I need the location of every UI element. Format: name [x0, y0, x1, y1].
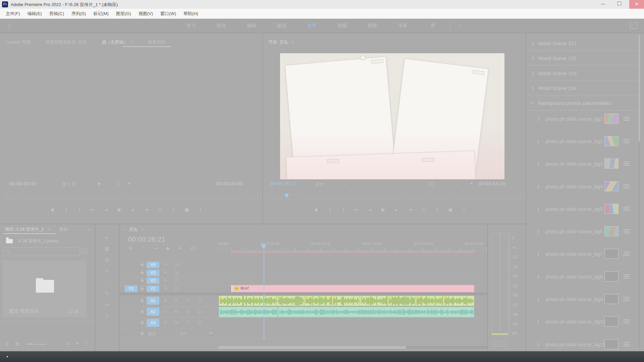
audio-clip-segment[interactable]	[219, 296, 276, 306]
track-target[interactable]: V3	[147, 270, 159, 276]
minimize-button[interactable]: —	[596, 0, 610, 9]
zoom-slider-knob[interactable]	[29, 343, 31, 345]
tool-button[interactable]: ⇄	[95, 254, 119, 265]
chevron-right-icon[interactable]: ❯	[537, 184, 540, 188]
navigate-up-icon[interactable]	[6, 239, 13, 243]
solo-button[interactable]: S	[186, 309, 189, 314]
chevron-right-icon[interactable]: ❯	[537, 206, 540, 211]
menu-item[interactable]: 窗口(W)	[157, 9, 180, 19]
video-track-header[interactable]: V3 ⇆	[119, 269, 218, 277]
item-menu-icon[interactable]	[624, 229, 630, 233]
lock-icon[interactable]	[141, 264, 144, 266]
source-waveform-icon[interactable]: ⧻	[127, 181, 131, 186]
lock-icon[interactable]	[141, 272, 144, 274]
search-bin-icon[interactable]	[80, 248, 87, 253]
transport-icon[interactable]: ⇧	[421, 207, 426, 212]
project-tab[interactable]: 项目: 5.26 宣传片_1	[5, 226, 44, 232]
voiceover-record-icon[interactable]	[199, 298, 201, 302]
video-track-header[interactable]: V1 V1 ⇆	[119, 285, 218, 293]
photo-item-row[interactable]: ❯ photo ph slide scene_bg11	[527, 333, 639, 351]
program-tab[interactable]: 节目: 开头	[268, 39, 288, 45]
mute-button[interactable]: M	[174, 320, 178, 325]
transport-icon[interactable]: ▣	[448, 207, 453, 212]
transport-icon[interactable]: ⇤	[91, 207, 95, 212]
mix-level-value[interactable]: 0.0	[180, 331, 186, 336]
audio-clip-segment[interactable]	[219, 307, 278, 317]
chevron-right-icon[interactable]: ❯	[537, 319, 540, 324]
bin-group-row[interactable]: ❯ Wood Scene 124	[527, 81, 639, 96]
tool-button[interactable]: ⊶	[95, 299, 119, 310]
photo-item-row[interactable]: ❯ photo ph slide scene_bg2	[527, 130, 639, 152]
transport-icon[interactable]: ▸	[131, 207, 136, 212]
quick-export-icon[interactable]: ↑	[630, 22, 637, 29]
track-target[interactable]: V1	[147, 286, 159, 292]
photo-thumbnail[interactable]	[604, 114, 619, 124]
bin-name[interactable]: 配音 背景音乐	[9, 308, 39, 314]
tool-button[interactable]: ▦	[95, 243, 119, 254]
video-track-header[interactable]: V4 ⇆	[119, 261, 218, 269]
solo-right-button[interactable]: S	[500, 341, 507, 346]
search-input[interactable]	[3, 247, 79, 256]
photo-thumbnail[interactable]	[604, 136, 619, 146]
menu-item[interactable]: 图形(G)	[112, 9, 135, 19]
photo-thumbnail[interactable]	[604, 272, 619, 282]
right-panel-scrollbar[interactable]	[639, 35, 640, 350]
chevron-right-icon[interactable]: ❯	[537, 274, 540, 279]
transport-icon[interactable]: ◆	[314, 207, 319, 212]
transport-icon[interactable]: ▣	[184, 207, 189, 212]
chevron-right-icon[interactable]: ❯	[537, 252, 540, 256]
chevron-right-icon[interactable]: ❯	[537, 116, 540, 121]
new-item-icon[interactable]: ▯	[86, 341, 88, 346]
photo-item-row[interactable]: ❯ photo ph slide scene_bg6	[527, 220, 639, 242]
timeline-horizontal-scrollbar[interactable]	[218, 346, 487, 349]
workspace-tab[interactable]: 图形	[357, 23, 387, 29]
workspace-tab[interactable]: 组件	[206, 23, 236, 29]
item-menu-icon[interactable]	[624, 184, 630, 188]
voiceover-record-icon[interactable]	[199, 320, 201, 324]
toggle-track-output-icon[interactable]	[174, 279, 179, 283]
photo-item-row[interactable]: ❯ photo ph slide scene_bg10	[527, 310, 639, 333]
solo-button[interactable]: S	[186, 320, 189, 325]
lock-icon[interactable]	[141, 322, 144, 324]
audio-clip-segment[interactable]	[443, 296, 474, 306]
workspace-tab[interactable]: 编辑	[236, 23, 267, 29]
sequence-tab[interactable]: 开头	[129, 227, 138, 233]
workspace-tab[interactable]: 学习	[176, 23, 206, 29]
audio-clip-segment[interactable]	[387, 296, 415, 306]
photo-item-row[interactable]: ❯ photo ph slide scene_bg5	[527, 197, 639, 220]
icon-view-icon[interactable]: ▦	[15, 341, 19, 346]
photo-item-row[interactable]: ❯ photo ph slide scene_bg3	[527, 153, 639, 175]
workspace-tab[interactable]: 颜色	[267, 23, 297, 29]
menu-item[interactable]: 标记(M)	[90, 9, 112, 19]
menu-item[interactable]: 编辑(E)	[24, 9, 46, 19]
maximize-button[interactable]	[612, 0, 627, 9]
windows-taskbar[interactable]	[0, 351, 644, 362]
voiceover-record-icon[interactable]	[199, 309, 201, 313]
photo-item-row[interactable]: ❯ photo ph slide scene_bg4	[527, 175, 639, 197]
menu-item[interactable]: 帮助(H)	[180, 9, 202, 19]
photo-thumbnail[interactable]	[604, 294, 619, 304]
timeline-toolbar-icon[interactable]: ✲	[129, 246, 132, 251]
chevron-right-icon[interactable]: ❯	[537, 139, 540, 143]
track-target[interactable]: V2	[147, 278, 159, 284]
timeline-toolbar-icon[interactable]: CC	[191, 246, 197, 251]
photo-thumbnail[interactable]	[604, 159, 619, 169]
transport-icon[interactable]: +	[198, 207, 203, 212]
audio-clip-segment[interactable]	[304, 296, 332, 306]
transport-icon[interactable]: ⇥	[408, 207, 413, 212]
audio-clip-segment[interactable]	[415, 296, 443, 306]
lock-icon[interactable]	[141, 288, 144, 290]
playback-resolution-select[interactable]: 1/2	[428, 181, 434, 186]
track-target[interactable]: A1	[147, 297, 159, 305]
track-target[interactable]: A2	[147, 308, 159, 316]
new-bin-icon[interactable]: ✚	[76, 341, 79, 346]
transport-icon[interactable]: ▶	[381, 207, 386, 212]
audio-clip-segment[interactable]	[332, 296, 360, 306]
item-menu-icon[interactable]	[624, 342, 630, 346]
home-icon[interactable]: ⌂	[7, 22, 11, 29]
menu-item[interactable]: 视图(V)	[135, 9, 157, 19]
photo-thumbnail[interactable]	[604, 339, 619, 349]
workspace-tab[interactable]: 音频	[327, 23, 357, 29]
bin-group-row[interactable]: ❯ Wood Scene 122	[527, 51, 639, 66]
sync-lock-icon[interactable]: ⇆	[164, 270, 167, 275]
